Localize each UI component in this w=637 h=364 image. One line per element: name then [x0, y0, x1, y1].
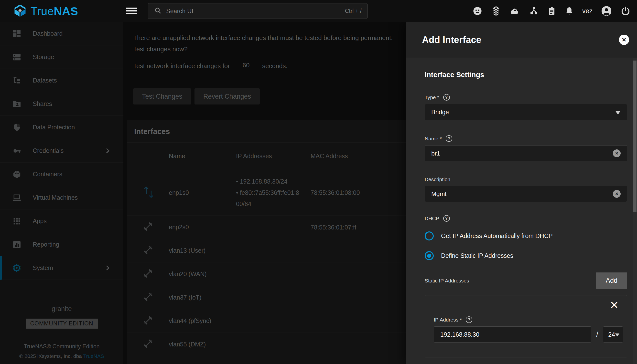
clear-input-icon[interactable]: ✕ [613, 150, 621, 157]
interface-settings-heading: Interface Settings [425, 71, 627, 79]
top-bar: TrueNAS Ctrl + / vez [0, 0, 637, 22]
truenas-logo-text: TrueNAS [31, 4, 78, 18]
jobs-clipboard-icon[interactable] [547, 6, 556, 16]
power-icon[interactable] [620, 6, 631, 16]
notifications-bell-icon[interactable] [565, 6, 574, 16]
help-icon[interactable]: ? [443, 215, 450, 222]
modal-backdrop[interactable] [0, 22, 406, 364]
panel-header: Add Interface ✕ [406, 22, 637, 58]
panel-scrollbar[interactable] [632, 58, 637, 364]
truenas-connect-cloud-icon[interactable] [509, 5, 521, 16]
top-icon-row: vez [472, 0, 631, 22]
scrollbar-thumb[interactable] [633, 60, 636, 212]
truenas-logo-icon [14, 4, 27, 18]
user-avatar-icon[interactable] [601, 5, 612, 16]
description-input[interactable]: Mgmt ✕ [425, 186, 627, 202]
cidr-separator: / [596, 330, 598, 338]
clear-input-icon[interactable]: ✕ [613, 190, 621, 198]
help-icon[interactable]: ? [446, 135, 452, 142]
type-select[interactable]: Bridge [425, 104, 627, 120]
search-input[interactable] [166, 8, 341, 15]
help-icon[interactable]: ? [443, 94, 450, 100]
static-ip-entry-card: ✕ IP Address * ? 192.168.88.30 / 24 [425, 295, 627, 358]
cidr-select[interactable]: 24 [603, 326, 623, 342]
ip-address-input[interactable]: 192.168.88.30 [434, 326, 591, 342]
type-label: Type * [425, 94, 439, 100]
feedback-smiley-icon[interactable] [472, 6, 483, 16]
static-ip-label: Static IP Addresses [425, 278, 596, 284]
radio-dhcp-option[interactable]: Get IP Address Automatically from DHCP [425, 232, 627, 240]
truenas-logo[interactable]: TrueNAS [14, 0, 78, 22]
close-icon[interactable]: ✕ [619, 35, 629, 45]
truecommand-icon[interactable] [491, 6, 501, 16]
topology-icon[interactable] [529, 6, 539, 16]
global-search[interactable]: Ctrl + / [148, 3, 368, 19]
sidebar-toggle-hamburger-icon[interactable] [126, 6, 137, 16]
name-input[interactable]: br1 ✕ [425, 145, 627, 161]
panel-title: Add Interface [422, 35, 481, 45]
radio-selected-icon [425, 251, 434, 260]
panel-body: Interface Settings Type * ? Bridge Name … [406, 58, 632, 364]
name-label: Name * [425, 136, 442, 142]
search-icon [154, 6, 162, 16]
description-label: Description [425, 176, 450, 182]
chevron-down-icon [615, 334, 619, 338]
remove-entry-icon[interactable]: ✕ [610, 300, 619, 310]
search-shortcut-hint: Ctrl + / [345, 8, 362, 14]
add-static-ip-button[interactable]: Add [596, 272, 627, 289]
dhcp-label: DHCP [425, 216, 439, 222]
help-icon[interactable]: ? [466, 316, 472, 323]
chevron-down-icon [615, 111, 621, 117]
radio-unselected-icon [425, 232, 434, 240]
radio-static-option[interactable]: Define Static IP Addresses [425, 251, 627, 260]
add-interface-panel: Add Interface ✕ Interface Settings Type … [406, 22, 637, 364]
ip-address-label: IP Address * [434, 317, 462, 323]
logged-in-username: vez [582, 7, 592, 15]
